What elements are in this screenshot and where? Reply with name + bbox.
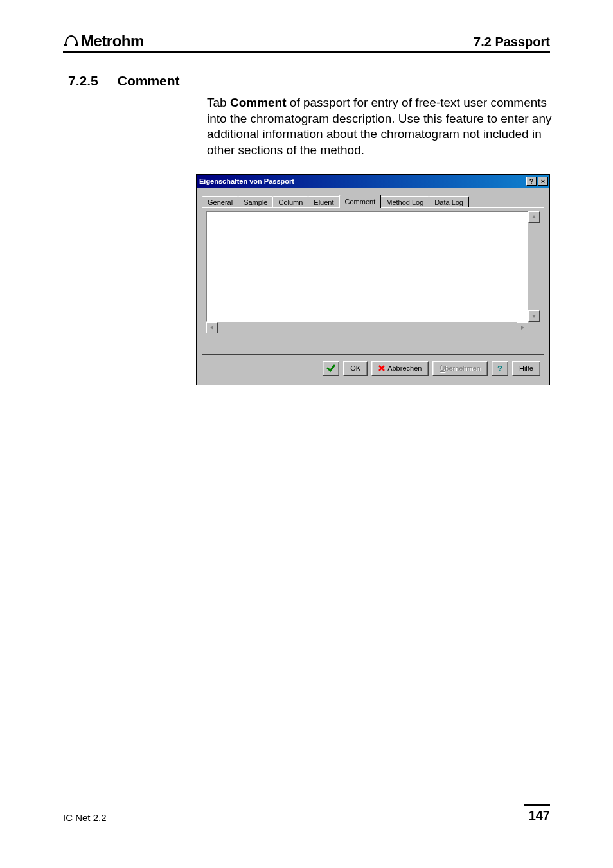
- x-icon: [378, 365, 385, 371]
- brand-name: Metrohm: [81, 32, 144, 50]
- dialog-title: Eigenschaften von Passport: [199, 177, 294, 185]
- ok-button-label: OK: [350, 364, 360, 372]
- horizontal-scrollbar[interactable]: [206, 322, 528, 333]
- tab-sample[interactable]: Sample: [238, 196, 273, 208]
- page-footer: IC Net 2.2 147: [63, 804, 550, 823]
- titlebar-buttons: ? ×: [526, 177, 548, 186]
- scrollbar-corner: [528, 322, 540, 333]
- tab-comment[interactable]: Comment: [339, 195, 382, 208]
- triangle-down-icon: [531, 314, 537, 319]
- question-icon: ?: [497, 364, 502, 373]
- comment-textarea[interactable]: [206, 211, 528, 322]
- scroll-down-button[interactable]: [528, 310, 540, 322]
- document-page: Metrohm 7.2 Passport 7.2.5 Comment Tab C…: [0, 0, 613, 868]
- header-section-label: 7.2 Passport: [474, 35, 550, 49]
- brand: Metrohm: [63, 32, 144, 50]
- section-title: Comment: [118, 73, 180, 89]
- svg-marker-3: [532, 315, 536, 318]
- dialog-titlebar[interactable]: Eigenschaften von Passport ? ×: [197, 175, 549, 188]
- passport-properties-dialog: Eigenschaften von Passport ? × General S…: [196, 174, 550, 385]
- tab-panel-comment: [202, 207, 544, 355]
- ok-check-icon-button[interactable]: [323, 361, 339, 376]
- dialog-button-row: OK Abbrechen Übernehmen ? Hilfe: [202, 355, 544, 378]
- para-bold: Comment: [230, 96, 287, 109]
- section-number: 7.2.5: [68, 73, 98, 89]
- tab-method-log[interactable]: Method Log: [380, 196, 429, 208]
- titlebar-help-button[interactable]: ?: [526, 177, 537, 186]
- help-button-label: Hilfe: [519, 364, 533, 372]
- svg-rect-1: [75, 44, 78, 46]
- cancel-button[interactable]: Abbrechen: [371, 361, 429, 376]
- triangle-right-icon: [520, 325, 525, 330]
- scroll-right-button[interactable]: [517, 322, 528, 333]
- tab-data-log[interactable]: Data Log: [429, 196, 469, 208]
- vertical-scrollbar[interactable]: [528, 211, 540, 322]
- check-icon: [326, 364, 335, 373]
- tab-column[interactable]: Column: [272, 196, 308, 208]
- help-icon-button[interactable]: ?: [492, 361, 508, 376]
- tab-general[interactable]: General: [202, 196, 238, 208]
- cancel-button-label: Abbrechen: [387, 364, 422, 372]
- page-header: Metrohm 7.2 Passport: [63, 32, 550, 53]
- triangle-left-icon: [209, 325, 215, 330]
- svg-marker-4: [210, 326, 213, 330]
- help-button[interactable]: Hilfe: [512, 361, 540, 376]
- para-lead: Tab: [207, 96, 230, 109]
- brand-logo-icon: [63, 32, 80, 46]
- svg-rect-0: [64, 44, 67, 46]
- svg-marker-5: [521, 326, 524, 330]
- section-heading: 7.2.5 Comment: [63, 73, 550, 89]
- tab-eluent[interactable]: Eluent: [308, 196, 339, 208]
- dialog-body: General Sample Column Eluent Comment Met…: [197, 188, 549, 385]
- ok-button[interactable]: OK: [343, 361, 368, 376]
- footer-product: IC Net 2.2: [63, 812, 107, 823]
- svg-marker-2: [532, 215, 536, 218]
- scroll-up-button[interactable]: [528, 211, 540, 223]
- page-number: 147: [524, 804, 550, 823]
- apply-button-label: Übernehmen: [440, 364, 481, 372]
- triangle-up-icon: [531, 215, 537, 220]
- section-paragraph: Tab Comment of passport for entry of fre…: [207, 95, 554, 159]
- scroll-left-button[interactable]: [206, 322, 218, 333]
- comment-textarea-container: [206, 211, 540, 333]
- apply-button[interactable]: Übernehmen: [432, 361, 488, 376]
- titlebar-close-button[interactable]: ×: [538, 177, 548, 186]
- tab-strip: General Sample Column Eluent Comment Met…: [202, 193, 544, 208]
